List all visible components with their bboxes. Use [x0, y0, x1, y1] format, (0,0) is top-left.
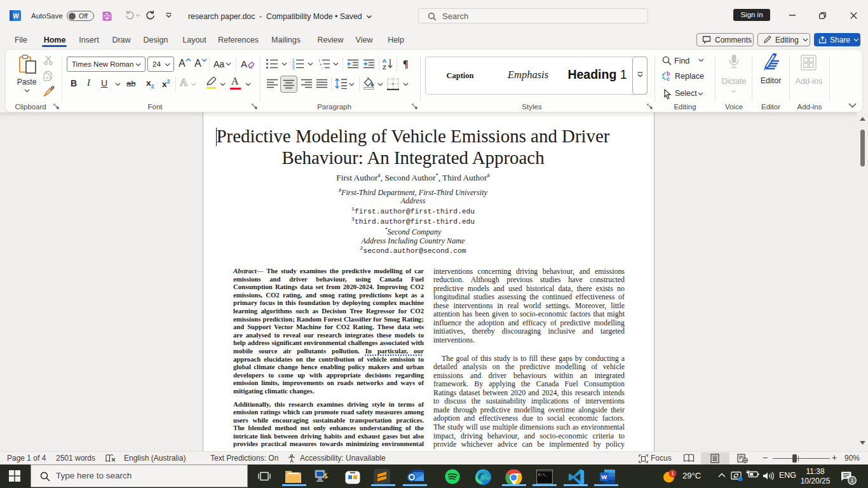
svg-text:1: 1: [671, 470, 674, 477]
svg-text:W: W: [601, 473, 607, 480]
svg-text:1: 1: [850, 477, 853, 484]
svg-text:C:\_: C:\_: [538, 473, 548, 477]
